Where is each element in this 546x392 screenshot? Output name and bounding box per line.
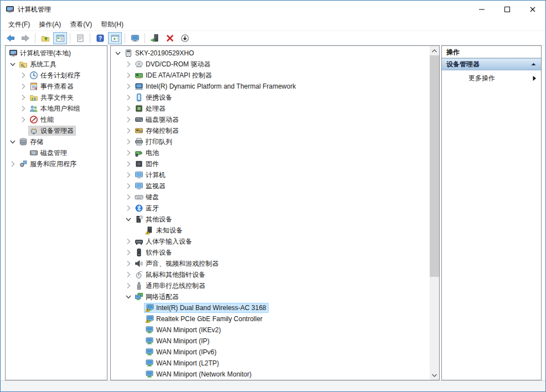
tree-node[interactable]: 处理器	[133, 104, 168, 114]
tree-node[interactable]: 键盘	[133, 192, 161, 202]
tree-node[interactable]: 软件设备	[133, 247, 174, 257]
console-tree-item-9[interactable]: 磁盘管理	[6, 147, 107, 158]
console-tree-item-3[interactable]: 事件查看器	[6, 81, 107, 92]
console-tree-item-5[interactable]: 本地用户和组	[6, 103, 107, 114]
chevron-down-icon[interactable]	[123, 292, 133, 302]
device-tree-item-3[interactable]: Intel(R) Dynamic Platform and Thermal Fr…	[111, 81, 430, 92]
device-tree-item-2[interactable]: IDE ATA/ATAPI 控制器	[111, 70, 430, 81]
tree-node[interactable]: Realtek PCIe GbE Family Controller	[144, 314, 265, 324]
tree-node[interactable]: DVD/CD-ROM 驱动器	[133, 59, 213, 69]
tree-node[interactable]: 监视器	[133, 181, 168, 191]
chevron-right-icon[interactable]	[18, 92, 28, 102]
device-tree-item-23[interactable]: Intel(R) Dual Band Wireless-AC 3168	[111, 302, 430, 313]
close-button[interactable]	[520, 1, 545, 18]
tree-node[interactable]: 本地用户和组	[28, 104, 83, 114]
chevron-right-icon[interactable]	[123, 137, 133, 147]
tree-node[interactable]: 共享文件夹	[28, 92, 76, 102]
tree-node[interactable]: 计算机	[133, 170, 168, 180]
chevron-right-icon[interactable]	[123, 203, 133, 213]
tree-node[interactable]: 存储控制器	[133, 126, 181, 136]
back-button[interactable]	[3, 32, 17, 44]
tree-node[interactable]: IDE ATA/ATAPI 控制器	[133, 70, 214, 80]
chevron-right-icon[interactable]	[123, 192, 133, 202]
device-tree-item-25[interactable]: WAN Miniport (IKEv2)	[111, 324, 430, 336]
chevron-down-icon[interactable]	[8, 137, 18, 147]
device-tree-item-20[interactable]: 鼠标和其他指针设备	[111, 269, 430, 280]
chevron-right-icon[interactable]	[123, 236, 133, 246]
tree-node[interactable]: WAN Miniport (Network Monitor)	[144, 369, 254, 379]
chevron-right-icon[interactable]	[8, 159, 18, 169]
device-tree-item-9[interactable]: 电池	[111, 147, 430, 158]
tree-node[interactable]: WAN Miniport (IPv6)	[144, 347, 219, 357]
chevron-right-icon[interactable]	[18, 70, 28, 80]
minimize-button[interactable]	[469, 1, 495, 18]
tree-node[interactable]: 网络适配器	[133, 292, 181, 302]
device-tree-item-19[interactable]: 声音、视频和游戏控制器	[111, 258, 430, 269]
tree-node[interactable]: 磁盘管理	[28, 148, 69, 158]
tree-node[interactable]: 计算机管理(本地)	[8, 48, 73, 58]
tree-node[interactable]: Intel(R) Dynamic Platform and Thermal Fr…	[133, 81, 298, 91]
scroll-up-button[interactable]	[430, 46, 439, 55]
chevron-right-icon[interactable]	[123, 115, 133, 125]
tree-node[interactable]: 打印队列	[133, 137, 174, 147]
device-tree-item-22[interactable]: 网络适配器	[111, 291, 430, 302]
chevron-right-icon[interactable]	[123, 247, 133, 257]
chevron-right-icon[interactable]	[123, 259, 133, 269]
tree-node[interactable]: 声音、视频和游戏控制器	[133, 259, 221, 269]
chevron-right-icon[interactable]	[123, 181, 133, 191]
tree-node[interactable]: WAN Miniport (IKEv2)	[144, 325, 223, 335]
chevron-right-icon[interactable]	[123, 104, 133, 114]
device-tree-item-27[interactable]: WAN Miniport (IPv6)	[111, 347, 430, 358]
device-tree-item-13[interactable]: 键盘	[111, 192, 430, 203]
chevron-down-icon[interactable]	[113, 48, 123, 58]
chevron-right-icon[interactable]	[123, 126, 133, 136]
device-tree-item-16[interactable]: 未知设备	[111, 225, 430, 236]
device-manager-section-header[interactable]: 设备管理器	[442, 58, 541, 70]
chevron-right-icon[interactable]	[123, 148, 133, 158]
tree-node[interactable]: 事件查看器	[28, 81, 76, 91]
device-tree-item-4[interactable]: 便携设备	[111, 92, 430, 103]
device-tree-item-14[interactable]: 蓝牙	[111, 203, 430, 214]
tree-node[interactable]: 设备管理器	[28, 126, 76, 136]
tree-node[interactable]: 服务和应用程序	[18, 159, 79, 169]
chevron-right-icon[interactable]	[123, 270, 133, 280]
tree-node[interactable]: 固件	[133, 159, 161, 169]
device-tree-item-7[interactable]: 存储控制器	[111, 125, 430, 136]
device-tree-item-1[interactable]: DVD/CD-ROM 驱动器	[111, 59, 430, 70]
chevron-right-icon[interactable]	[18, 115, 28, 125]
tree-node[interactable]: 任务计划程序	[28, 70, 83, 80]
device-tree-item-11[interactable]: 计算机	[111, 169, 430, 180]
forward-button[interactable]	[18, 32, 32, 44]
scroll-down-button[interactable]	[430, 370, 439, 380]
console-tree-item-2[interactable]: 任务计划程序	[6, 70, 107, 81]
console-tree-item-7[interactable]: 设备管理器	[6, 125, 107, 136]
tree-node[interactable]: 未知设备	[144, 225, 185, 235]
chevron-right-icon[interactable]	[123, 92, 133, 102]
uninstall-button[interactable]	[163, 32, 177, 44]
vertical-scrollbar[interactable]	[430, 46, 439, 380]
tree-node[interactable]: 存储	[18, 137, 45, 147]
chevron-down-icon[interactable]	[123, 214, 133, 224]
tree-node[interactable]: 性能	[28, 115, 56, 125]
device-tree-item-26[interactable]: WAN Miniport (IP)	[111, 336, 430, 347]
console-tree-item-0[interactable]: 计算机管理(本地)	[6, 48, 107, 59]
tree-node[interactable]: Intel(R) Dual Band Wireless-AC 3168	[144, 303, 269, 313]
chevron-right-icon[interactable]	[123, 59, 133, 69]
device-tree-item-21[interactable]: 通用串行总线控制器	[111, 280, 430, 291]
maximize-button[interactable]	[495, 1, 520, 18]
device-tree-item-28[interactable]: WAN Miniport (L2TP)	[111, 358, 430, 369]
chevron-right-icon[interactable]	[123, 170, 133, 180]
chevron-right-icon[interactable]	[18, 81, 28, 91]
tree-node[interactable]: 蓝牙	[133, 203, 161, 213]
device-tree-item-8[interactable]: 打印队列	[111, 136, 430, 147]
tree-node[interactable]: WAN Miniport (L2TP)	[144, 358, 222, 368]
disable-button[interactable]	[178, 32, 192, 44]
menu-file[interactable]: 文件(F)	[4, 18, 34, 31]
tree-node[interactable]: ?其他设备	[133, 214, 174, 224]
menu-view[interactable]: 查看(V)	[65, 18, 96, 31]
device-tree-item-12[interactable]: 监视器	[111, 180, 430, 192]
tree-node[interactable]: 通用串行总线控制器	[133, 281, 208, 291]
chevron-right-icon[interactable]	[123, 281, 133, 291]
chevron-right-icon[interactable]	[123, 159, 133, 169]
tree-node[interactable]: 磁盘驱动器	[133, 115, 181, 125]
